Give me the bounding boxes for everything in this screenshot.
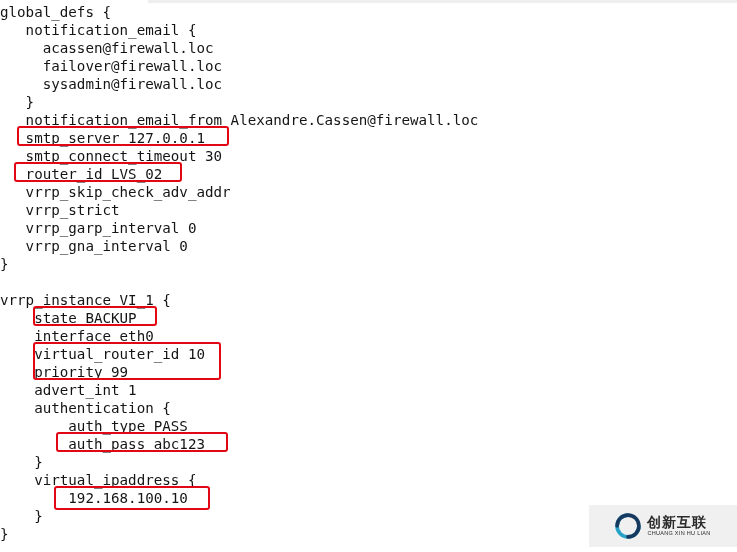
code-line: virtual_router_id 10 [0,346,205,362]
code-line: interface eth0 [0,328,154,344]
code-line: } [0,508,43,524]
code-line: sysadmin@firewall.loc [0,76,222,92]
watermark-en: CHUANG XIN HU LIAN [647,531,710,537]
watermark-text: 创新互联 CHUANG XIN HU LIAN [647,515,710,537]
code-line: } [0,454,43,470]
watermark-logo-icon [615,513,641,539]
code-line: } [0,526,9,542]
code-line: router_id LVS_02 [0,166,162,182]
watermark-cn: 创新互联 [647,515,710,529]
code-line: vrrp_garp_interval 0 [0,220,196,236]
code-line: auth_pass abc123 [0,436,205,452]
code-line: vrrp_gna_interval 0 [0,238,188,254]
code-line: priority 99 [0,364,128,380]
top-bar [148,0,737,3]
code-line: state BACKUP [0,310,137,326]
config-code-block: global_defs { notification_email { acass… [0,0,737,543]
code-line: notification_email { [0,22,196,38]
code-line: smtp_server 127.0.0.1 [0,130,205,146]
code-line: authentication { [0,400,171,416]
code-line: virtual_ipaddress { [0,472,196,488]
code-line: failover@firewall.loc [0,58,222,74]
code-line: auth_type PASS [0,418,188,434]
code-line: smtp_connect_timeout 30 [0,148,222,164]
code-line: global_defs { [0,4,111,20]
code-line: vrrp_instance VI_1 { [0,292,171,308]
code-line: acassen@firewall.loc [0,40,214,56]
code-line: notification_email_from Alexandre.Cassen… [0,112,478,128]
code-line: } [0,94,34,110]
watermark: 创新互联 CHUANG XIN HU LIAN [589,505,737,547]
code-line: 192.168.100.10 [0,490,188,506]
code-line: vrrp_strict [0,202,120,218]
code-line: advert_int 1 [0,382,137,398]
code-line: } [0,256,9,272]
code-line: vrrp_skip_check_adv_addr [0,184,231,200]
